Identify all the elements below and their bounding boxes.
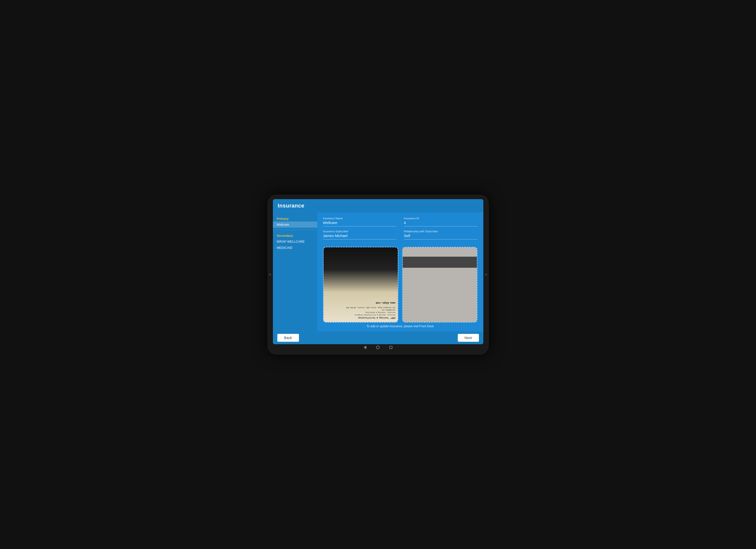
card-back-image — [403, 247, 477, 322]
app-body: Primary Wellcare Secondary WRAP WELLCARE… — [273, 212, 483, 331]
card-back-placeholder[interactable] — [402, 247, 477, 323]
tablet-device: Insurance Primary Wellcare Secondary WRA… — [267, 195, 489, 355]
card-line-4: Services, Training & Consulting — [326, 312, 395, 313]
tablet-screen: Insurance Primary Wellcare Secondary WRA… — [273, 199, 483, 344]
sidebar-primary-label: Primary — [273, 215, 317, 222]
back-button[interactable]: Back — [277, 334, 299, 342]
subscriber-field: Insurance Subscriber James Michael — [323, 230, 397, 239]
app-footer: Back Next — [273, 331, 483, 344]
home-icon[interactable] — [376, 346, 380, 349]
sidebar: Primary Wellcare Secondary WRAP WELLCARE… — [273, 212, 317, 331]
card-back-stripe — [403, 257, 477, 268]
card-line-3: Services: Testing & Certification Produc… — [326, 314, 395, 316]
card-line-1: 251 Consumers Road, Suite 1200, Toronto,… — [326, 307, 395, 309]
sidebar-divider — [273, 230, 317, 230]
relationship-field: Relationship with Subscriber Self — [404, 230, 477, 239]
card-logo: EMV™ Testing & Certification — [326, 317, 395, 319]
app-container: Insurance Primary Wellcare Secondary WRA… — [273, 199, 483, 344]
sidebar-item-wrap-wellcare[interactable]: WRAP WELLCARE — [273, 238, 317, 245]
next-button[interactable]: Next — [458, 334, 479, 342]
insurance-id-label: Insurance ID — [404, 217, 477, 220]
sidebar-item-medicaid[interactable]: MEDICAID — [273, 245, 317, 251]
card-line-2: sales@b2ps.com — [326, 309, 395, 311]
sidebar-secondary-label: Secondary — [273, 232, 317, 238]
subscriber-value: James Michael — [323, 234, 397, 238]
card-front-image: EMV™ Testing & Certification Services: T… — [324, 247, 398, 322]
subscriber-label: Insurance Subscriber — [323, 230, 397, 233]
footer-notice: To add or update insurance, please visit… — [323, 323, 477, 329]
card-website: www.b2ps.com — [326, 301, 395, 305]
sidebar-item-wellcare[interactable]: Wellcare — [273, 222, 317, 228]
back-icon[interactable] — [364, 346, 366, 349]
relationship-value: Self — [404, 234, 477, 238]
relationship-label: Relationship with Subscriber — [404, 230, 477, 233]
insurance-id-value: 4 — [404, 221, 477, 225]
cards-row: EMV™ Testing & Certification Services: T… — [323, 247, 477, 323]
page-title: Insurance — [278, 203, 478, 209]
main-content: Insurance Name Wellcare Insurance ID 4 — [317, 212, 483, 331]
form-grid: Insurance Name Wellcare Insurance ID 4 — [323, 217, 477, 243]
app-header: Insurance — [273, 199, 483, 212]
insurance-name-value: Wellcare — [323, 221, 397, 225]
android-nav-bar — [273, 344, 483, 350]
insurance-id-field: Insurance ID 4 — [404, 217, 477, 226]
card-front-placeholder[interactable]: EMV™ Testing & Certification Services: T… — [323, 247, 398, 323]
recent-apps-icon[interactable] — [389, 346, 392, 349]
insurance-name-field: Insurance Name Wellcare — [323, 217, 397, 226]
insurance-name-label: Insurance Name — [323, 217, 397, 220]
